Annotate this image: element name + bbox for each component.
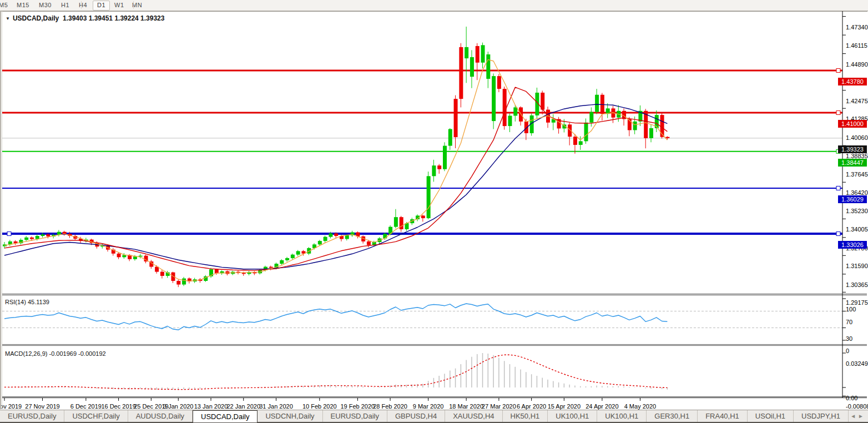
tab-eurusd-daily[interactable]: EURUSD,Daily — [323, 410, 387, 422]
tab-usdcnh-daily[interactable]: USDCNH,Daily — [258, 410, 322, 422]
candle-bull — [481, 45, 485, 62]
tab-usdjpy-h1[interactable]: USDJPY,H1 — [794, 410, 849, 422]
tab-audusd-daily[interactable]: AUDUSD,Daily — [128, 410, 193, 422]
timeframe-button-h1[interactable]: H1 — [57, 1, 73, 9]
candle-bull — [291, 255, 295, 258]
timeframe-button-m5[interactable]: M5 — [0, 1, 12, 9]
price-tick-label: 1.40060 — [846, 134, 868, 141]
timeframe-button-m30[interactable]: M30 — [35, 1, 55, 9]
price-tick-label: 1.31590 — [846, 263, 868, 269]
macd-tick-label: 0.00 — [846, 395, 857, 401]
timeframe-button-mn[interactable]: MN — [128, 1, 146, 9]
candle-bear — [573, 137, 577, 145]
chart-window[interactable]: ▼USDCAD,Daily 1.39403 1.39451 1.39224 1.… — [0, 11, 868, 409]
tab-usdchf-daily[interactable]: USDCHF,Daily — [64, 410, 128, 422]
level-anchor[interactable] — [836, 186, 840, 190]
candle-bull — [122, 255, 126, 257]
price-badge: 1.33026 — [838, 241, 867, 249]
date-label: 4 May 2020 — [618, 403, 662, 410]
macd-tick-label: 0.032493 — [846, 360, 868, 367]
tab-usdcad-daily[interactable]: USDCAD,Daily — [193, 410, 258, 422]
level-anchor[interactable] — [7, 232, 11, 236]
candle-bull — [492, 76, 496, 121]
macd-signal-line — [4, 355, 667, 389]
candle-bull — [133, 256, 137, 259]
tab-usoil-h1[interactable]: USOil,H1 — [748, 410, 794, 422]
tab-scroll-left-icon[interactable]: ◄ — [850, 413, 858, 419]
candle-bull — [296, 251, 300, 254]
tab-scroll-right-icon[interactable]: ► — [858, 413, 866, 419]
price-badge: 1.39323 — [838, 145, 867, 153]
rsi-tick-label: 30 — [846, 335, 852, 342]
tab-ger30-h1[interactable]: GER30,H1 — [647, 410, 698, 422]
chart-title: ▼USDCAD,Daily 1.39403 1.39451 1.39224 1.… — [6, 14, 164, 22]
tab-uk100-h1[interactable]: UK100,H1 — [597, 410, 647, 422]
price-tick-label: 1.30365 — [846, 281, 868, 288]
ma-mid-line — [4, 87, 667, 270]
price-tick-label: 1.47340 — [846, 24, 868, 31]
candle-bear — [400, 217, 403, 229]
candle-bull — [443, 146, 447, 169]
candle-bull — [584, 123, 588, 142]
timeframe-button-d1[interactable]: D1 — [93, 1, 110, 11]
tab-fra40-h1[interactable]: FRA40,H1 — [698, 410, 748, 422]
candle-bull — [394, 217, 398, 227]
price-badge: 1.41000 — [838, 120, 867, 128]
tab-hk50-h1[interactable]: HK50,H1 — [503, 410, 548, 422]
candle-bear — [30, 238, 34, 239]
candle-bear — [176, 281, 180, 285]
candle-bear — [476, 46, 480, 63]
candle-bear — [46, 234, 50, 236]
candle-bull — [318, 241, 322, 244]
price-tick-label: 1.46115 — [846, 42, 867, 49]
candle-bull — [345, 235, 349, 239]
rsi-tick-label: 0 — [846, 348, 849, 354]
candle-bear — [269, 267, 273, 268]
toolbar-divider — [81, 1, 82, 9]
tab-eurusd-daily[interactable]: EURUSD,Daily — [0, 410, 64, 422]
candle-bull — [182, 279, 186, 285]
rsi-tick-label: 70 — [846, 319, 852, 325]
candle-bear — [160, 272, 164, 276]
timeframe-button-m15[interactable]: M15 — [13, 1, 33, 9]
rsi-line — [4, 304, 667, 330]
price-tick-label: 1.35230 — [846, 208, 868, 214]
candle-bull — [324, 237, 327, 241]
tab-gbpusd-h4[interactable]: GBPUSD,H4 — [387, 410, 445, 422]
price-tick-label: 1.29175 — [846, 299, 868, 306]
price-tick-label: 1.42475 — [846, 98, 868, 104]
candle-bull — [24, 238, 28, 240]
macd-tick-label: -0.008086 — [846, 403, 868, 410]
candle-bull — [41, 234, 45, 236]
chart-canvas[interactable] — [0, 11, 868, 409]
candle-bear — [367, 241, 371, 245]
candle-bull — [448, 129, 452, 146]
tab-xauusd-h4[interactable]: XAUUSD,H4 — [445, 410, 502, 422]
candle-bull — [649, 128, 653, 138]
level-anchor[interactable] — [836, 111, 840, 115]
price-tick-label: 1.37645 — [846, 171, 868, 178]
price-badge: 1.38447 — [838, 159, 867, 167]
candle-bear — [117, 254, 121, 258]
chart-ohlc: 1.39403 1.39451 1.39224 1.39323 — [63, 14, 165, 22]
candle-bull — [427, 176, 431, 218]
price-tick-label: 1.34005 — [846, 226, 868, 233]
candle-bull — [280, 260, 284, 264]
price-badge: 1.36029 — [838, 195, 867, 203]
window-frame-left-inner — [2, 11, 2, 409]
candle-bull — [595, 95, 599, 112]
candle-bull — [329, 233, 332, 236]
chart-symbol: USDCAD,Daily — [13, 14, 59, 22]
level-anchor[interactable] — [836, 68, 840, 72]
level-anchor[interactable] — [836, 232, 840, 236]
macd-label: MACD(12,26,9) -0.001969 -0.000192 — [5, 350, 106, 357]
symbol-dropdown-icon[interactable]: ▼ — [6, 16, 10, 21]
candle-bear — [215, 269, 219, 273]
candle-bear — [459, 47, 463, 99]
timeframe-button-h4[interactable]: H4 — [75, 1, 91, 9]
tab-uk100-h1[interactable]: UK100,H1 — [548, 410, 597, 422]
timeframe-button-w1[interactable]: W1 — [110, 1, 128, 9]
candle-bull — [285, 258, 289, 260]
candle-bear — [242, 273, 246, 274]
ma-fast-line — [4, 59, 667, 281]
